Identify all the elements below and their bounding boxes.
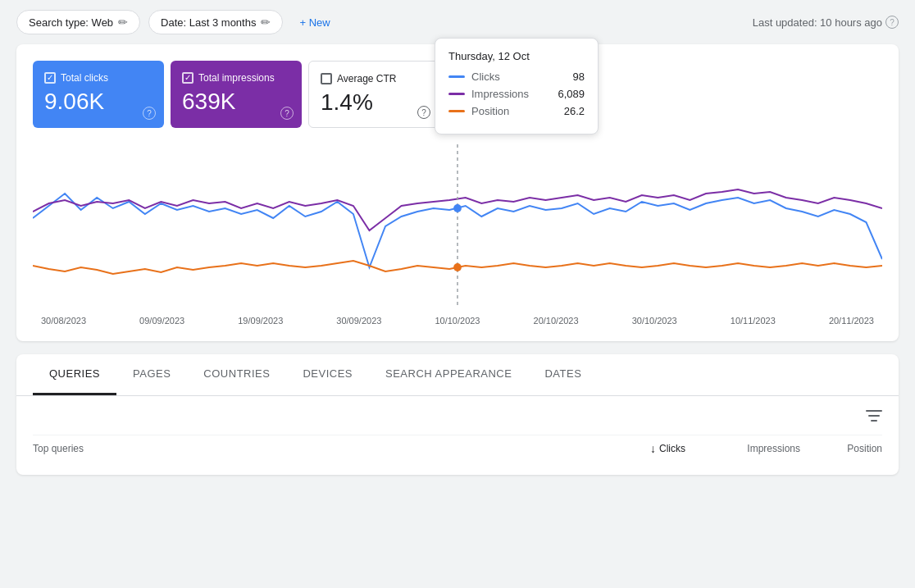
tooltip-impressions-value: 6,089 (558, 88, 585, 100)
metric-ctr-label: Average CTR (337, 73, 396, 84)
tooltip-position-row: Position 26.2 (448, 105, 585, 117)
metric-clicks-label: Total clicks (61, 72, 108, 84)
chart-date-3: 30/09/2023 (336, 316, 381, 326)
tab-countries[interactable]: COUNTRIES (187, 354, 286, 395)
tooltip-clicks-row: Clicks 98 (448, 71, 585, 83)
main-content: Thursday, 12 Oct Clicks 98 Impressions 6… (0, 44, 915, 491)
metric-ctr-header: Average CTR (321, 73, 422, 84)
metric-impressions-label: Total impressions (198, 72, 275, 84)
sort-down-icon: ↓ (650, 442, 656, 455)
chart-date-2: 19/09/2023 (238, 316, 283, 326)
tab-dates[interactable]: DATES (528, 354, 598, 395)
col-position-label: Position (800, 443, 882, 454)
tooltip-date: Thursday, 12 Oct (448, 50, 585, 62)
search-type-label: Search type: Web (29, 16, 113, 29)
tooltip-clicks-value: 98 (573, 71, 585, 83)
chart-date-6: 30/10/2023 (632, 316, 677, 326)
chart-date-0: 30/08/2023 (41, 316, 86, 326)
tooltip-impressions-label: Impressions (471, 88, 551, 100)
search-type-edit-icon: ✏ (118, 16, 128, 29)
chart-date-1: 09/09/2023 (139, 316, 184, 326)
chart-date-8: 20/11/2023 (829, 316, 874, 326)
metric-clicks-value: 9.06K (44, 89, 148, 115)
svg-rect-1 (868, 415, 880, 417)
tooltip-popup: Thursday, 12 Oct Clicks 98 Impressions 6… (435, 38, 599, 134)
chart-date-4: 10/10/2023 (435, 316, 480, 326)
metric-impressions-value: 639K (182, 89, 285, 115)
filter-icon-row (33, 409, 882, 426)
tabs-nav: QUERIES PAGES COUNTRIES DEVICES SEARCH A… (16, 354, 899, 396)
chart-dot-clicks (453, 204, 462, 212)
metric-impressions-checkbox[interactable] (182, 72, 193, 84)
metric-impressions-header: Total impressions (182, 72, 285, 84)
last-updated: Last updated: 10 hours ago ? (753, 16, 899, 29)
table-header: Top queries ↓ Clicks Impressions Positio… (33, 435, 882, 462)
col-impressions-label: Impressions (685, 443, 800, 454)
tooltip-impressions-row: Impressions 6,089 (448, 88, 585, 100)
tabs-content: Top queries ↓ Clicks Impressions Positio… (16, 396, 899, 475)
filter-button[interactable] (866, 409, 882, 426)
date-chip[interactable]: Date: Last 3 months ✏ (148, 10, 283, 34)
svg-rect-0 (866, 410, 882, 412)
metrics-chart-card: Thursday, 12 Oct Clicks 98 Impressions 6… (16, 44, 899, 341)
tooltip-clicks-line (448, 75, 465, 78)
tooltip-position-value: 26.2 (564, 105, 585, 117)
metric-ctr[interactable]: Average CTR 1.4% ? (308, 61, 439, 128)
chart-date-7: 10/11/2023 (731, 316, 776, 326)
tab-devices[interactable]: DEVICES (286, 354, 369, 395)
metric-clicks-header: Total clicks (44, 72, 148, 84)
date-edit-icon: ✏ (261, 16, 271, 29)
last-updated-help-icon[interactable]: ? (885, 16, 899, 29)
metric-clicks[interactable]: Total clicks 9.06K ? (33, 61, 164, 128)
chart-labels: 30/08/2023 09/09/2023 19/09/2023 30/09/2… (33, 316, 882, 326)
tab-pages[interactable]: PAGES (116, 354, 187, 395)
metric-ctr-checkbox[interactable] (321, 73, 332, 84)
new-button[interactable]: + New (291, 11, 338, 34)
tooltip-impressions-line (448, 93, 465, 95)
chart-area: 30/08/2023 09/09/2023 19/09/2023 30/09/2… (33, 144, 882, 325)
filter-icon (866, 409, 882, 422)
metric-impressions[interactable]: Total impressions 639K ? (171, 61, 302, 128)
tabs-card: QUERIES PAGES COUNTRIES DEVICES SEARCH A… (16, 354, 899, 475)
search-type-chip[interactable]: Search type: Web ✏ (16, 10, 140, 34)
metric-ctr-info[interactable]: ? (417, 106, 430, 119)
tooltip-position-line (448, 110, 465, 112)
metric-ctr-value: 1.4% (321, 89, 422, 116)
chart-date-5: 20/10/2023 (534, 316, 579, 326)
tab-search-appearance[interactable]: SEARCH APPEARANCE (369, 354, 528, 395)
svg-rect-2 (871, 420, 877, 422)
chart-dot-position (453, 263, 462, 271)
tooltip-clicks-label: Clicks (471, 71, 567, 83)
tab-queries[interactable]: QUERIES (33, 354, 116, 395)
tooltip-position-label: Position (471, 105, 558, 117)
col-clicks-label: ↓ Clicks (571, 442, 685, 455)
date-label: Date: Last 3 months (161, 16, 256, 29)
metric-impressions-info[interactable]: ? (280, 107, 294, 120)
metric-clicks-checkbox[interactable] (44, 72, 56, 84)
chart-svg (33, 144, 882, 308)
col-main-label: Top queries (33, 443, 571, 454)
metric-clicks-info[interactable]: ? (143, 107, 156, 120)
